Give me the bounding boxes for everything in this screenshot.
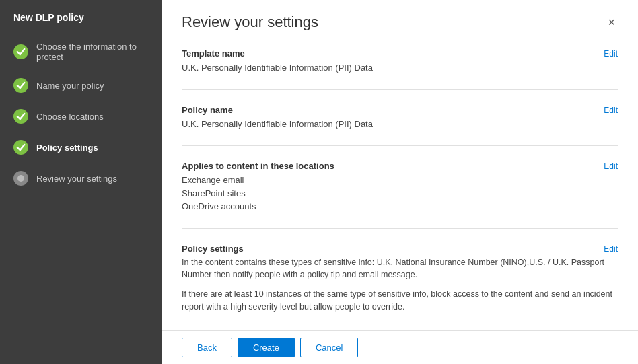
page-title: Review your settings: [182, 13, 318, 31]
locations-label: Applies to content in these locations: [182, 161, 334, 171]
main-panel: Review your settings × Template name U.K…: [162, 0, 638, 364]
template-name-value: U.K. Personally Identifiable Information…: [182, 61, 373, 75]
step-icon-review-settings: [13, 171, 28, 186]
sidebar-item-label-policy-settings: Policy settings: [36, 143, 98, 153]
sidebar-item-label-review-settings: Review your settings: [36, 174, 117, 184]
close-button[interactable]: ×: [605, 13, 618, 31]
main-body: Template name U.K. Personally Identifiab…: [162, 38, 638, 330]
step-icon-name-policy: [13, 78, 28, 93]
cancel-button[interactable]: Cancel: [300, 338, 358, 357]
location-sharepoint: SharePoint sites: [182, 187, 334, 201]
sidebar-item-name-policy[interactable]: Name your policy: [0, 70, 162, 101]
policy-settings-edit[interactable]: Edit: [604, 244, 618, 254]
sidebar-item-choose-locations[interactable]: Choose locations: [0, 101, 162, 132]
policy-name-section: Policy name U.K. Personally Identifiable…: [182, 105, 618, 147]
back-button[interactable]: Back: [182, 338, 232, 357]
policy-settings-paragraph-1: In the content contains these types of s…: [182, 256, 618, 282]
policy-settings-label: Policy settings: [182, 244, 244, 254]
location-exchange: Exchange email: [182, 174, 334, 187]
locations-edit[interactable]: Edit: [604, 161, 618, 171]
sidebar-item-label-choose-info: Choose the information to protect: [36, 42, 148, 62]
footer: Back Create Cancel: [162, 330, 638, 364]
main-header: Review your settings ×: [162, 0, 638, 38]
step-icon-policy-settings: [13, 140, 28, 155]
policy-name-value: U.K. Personally Identifiable Information…: [182, 118, 373, 131]
create-button[interactable]: Create: [238, 338, 295, 357]
sidebar-item-label-choose-locations: Choose locations: [36, 112, 104, 122]
step-icon-choose-info: [13, 44, 28, 59]
template-name-section: Template name U.K. Personally Identifiab…: [182, 48, 618, 90]
sidebar-item-label-name-policy: Name your policy: [36, 81, 104, 91]
sidebar-item-choose-info[interactable]: Choose the information to protect: [0, 34, 162, 70]
locations-values: Exchange email SharePoint sites OneDrive…: [182, 174, 334, 213]
step-icon-choose-locations: [13, 109, 28, 124]
sidebar-item-review-settings[interactable]: Review your settings: [0, 163, 162, 194]
policy-settings-section: Policy settings Edit In the content cont…: [182, 244, 618, 331]
policy-settings-paragraph-2: If there are at least 10 instances of th…: [182, 288, 618, 314]
template-name-label: Template name: [182, 48, 373, 59]
policy-name-edit[interactable]: Edit: [604, 105, 618, 115]
sidebar-header: New DLP policy: [0, 0, 162, 34]
locations-section: Applies to content in these locations Ex…: [182, 161, 618, 229]
sidebar-item-policy-settings[interactable]: Policy settings: [0, 132, 162, 163]
template-name-edit[interactable]: Edit: [604, 48, 618, 59]
sidebar: New DLP policy Choose the information to…: [0, 0, 162, 364]
policy-name-label: Policy name: [182, 105, 373, 115]
location-onedrive: OneDrive accounts: [182, 200, 334, 213]
